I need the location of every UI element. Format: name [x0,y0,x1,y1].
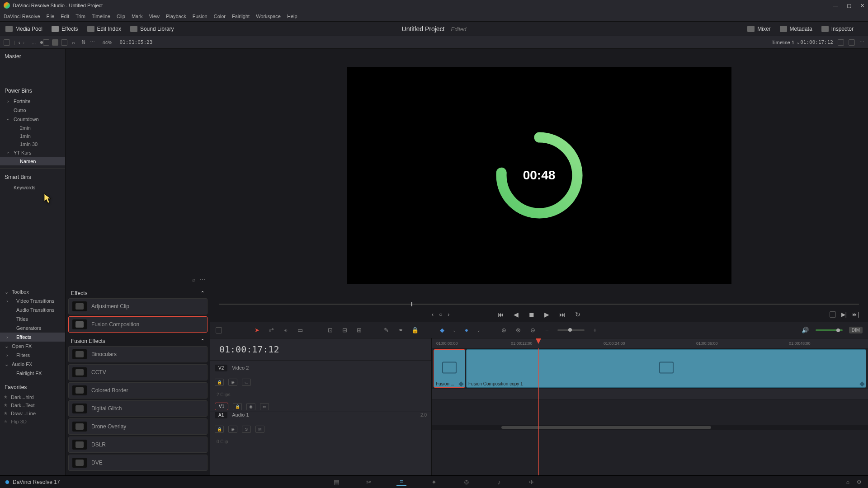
timeline-clip-fusion1[interactable]: Fusion ... [434,349,465,388]
v2-lock-icon[interactable]: 🔒 [215,379,224,386]
menu-trim[interactable]: Trim [75,14,85,19]
track-header-v1[interactable]: V1 🔒 ◉ ▭ [210,401,431,412]
more-icon[interactable]: ⋯ [90,39,95,45]
page-fairlight-icon[interactable]: ♪ [494,478,504,486]
generators-node[interactable]: Generators [0,324,65,333]
stop-icon[interactable]: ◼ [528,311,535,318]
page-deliver-icon[interactable]: ✈ [527,478,537,486]
a1-enable-icon[interactable]: ◉ [228,426,237,433]
razor-icon[interactable]: ✎ [382,326,390,334]
dim-button[interactable]: DIM [849,327,863,333]
window-close-icon[interactable]: ✕ [860,3,864,9]
window-minimize-icon[interactable]: — [833,3,838,9]
media-pool-toggle[interactable]: Media Pool [5,26,42,32]
filters-node[interactable]: Filters [0,351,65,360]
nav-back-icon[interactable]: ‹ [19,40,20,45]
position-lock-icon[interactable]: ⊖ [528,326,537,334]
timeline-tracks-area[interactable]: 01:00:00:00 01:00:12:00 01:00:24:00 01:0… [432,338,868,475]
v2-enable-icon[interactable]: ◉ [228,379,237,386]
effect-colored-border[interactable]: Colored Border [68,382,208,399]
menu-edit[interactable]: Edit [61,14,69,19]
bin-namen[interactable]: Namen [0,157,65,165]
bin-countdown-1min30[interactable]: 1min 30 [0,140,65,148]
fairlightfx-node[interactable]: Fairlight FX [0,369,65,378]
a1-mute-icon[interactable]: M [255,426,264,433]
a1-solo-icon[interactable]: S [242,426,251,433]
v1-lock-icon[interactable]: 🔒 [233,403,242,410]
effect-binoculars[interactable]: Binoculars [68,346,208,362]
effect-dve[interactable]: DVE [68,455,208,471]
step-back-icon[interactable]: ◀ [513,311,520,318]
zoom-out-icon[interactable]: − [543,326,551,334]
master-bin[interactable]: Master [0,51,65,62]
menu-timeline[interactable]: Timeline [92,14,110,19]
collapse-icon[interactable]: ⌃ [200,290,205,296]
media-pool-area[interactable]: ⌕ ⋯ [66,49,210,286]
play-icon[interactable]: ▶ [543,311,551,318]
replace-icon[interactable]: ⊞ [355,326,363,334]
link-icon[interactable]: ⚭ [396,326,405,334]
page-edit-icon[interactable]: ≡ [396,478,406,486]
viewer-scrubber[interactable] [219,302,859,307]
overwrite-icon[interactable]: ⊟ [340,326,349,334]
page-media-icon[interactable]: ▤ [331,478,341,486]
audio-transitions-node[interactable]: Audio Transitions [0,305,65,314]
menu-resolve[interactable]: DaVinci Resolve [4,14,40,19]
zoom-slider[interactable] [557,329,585,331]
view-thumb-icon[interactable] [52,39,58,46]
bin-countdown-2min[interactable]: 2min [0,124,65,132]
audiofx-node[interactable]: Audio FX [0,360,65,369]
menu-color[interactable]: Color [214,14,226,19]
timeline-hscrollbar[interactable] [432,425,868,430]
keyframe-icon[interactable] [859,381,864,386]
sound-library-toggle[interactable]: Sound Library [130,26,174,32]
openfx-node[interactable]: Open FX [0,342,65,351]
menu-mark[interactable]: Mark [132,14,142,19]
smart-bin-keywords[interactable]: Keywords [0,183,65,192]
bypass-icon[interactable] [838,39,844,46]
a1-tag[interactable]: A1 [215,412,227,418]
effect-drone-overlay[interactable]: Drone Overlay [68,418,208,435]
dynamic-trim-icon[interactable]: ⟐ [282,326,290,334]
menu-fusion[interactable]: Fusion [193,14,208,19]
loop-range-icon[interactable]: ○ [439,311,442,318]
v1-enable-icon[interactable]: ◉ [246,403,255,410]
effect-digital-glitch[interactable]: Digital Glitch [68,400,208,417]
v1-tag[interactable]: V1 [215,403,228,410]
match-frame-icon[interactable]: ‹ [432,311,434,318]
viewer-more-icon[interactable]: ⋯ [859,39,864,45]
selection-tool-icon[interactable]: ➤ [253,326,261,334]
fusion-effects-section-header[interactable]: Fusion Effects⌃ [68,336,208,346]
window-maximize-icon[interactable]: ▢ [847,3,851,9]
edit-index-toggle[interactable]: Edit Index [87,26,121,32]
program-viewer[interactable]: 00:48 [210,49,868,302]
fav-draw-line[interactable]: Draw...Line [0,409,65,418]
media-pool-search-icon[interactable]: ⌕ [192,277,195,283]
timeline-track-a1[interactable] [432,400,868,425]
lock-icon[interactable]: 🔒 [411,326,419,334]
effects-section-header[interactable]: Effects⌃ [68,288,208,298]
in-out-icon[interactable] [830,311,836,318]
effect-dslr[interactable]: DSLR [68,436,208,453]
effect-fusion-composition[interactable]: Fusion Composition [68,316,208,333]
marker-chevron-icon[interactable]: ⌄ [477,328,481,333]
page-cut-icon[interactable]: ✂ [364,478,374,486]
bin-outro[interactable]: Outro [0,106,65,115]
volume-slider[interactable] [816,329,843,331]
fav-flip3d[interactable]: Flip 3D [0,418,65,426]
metadata-toggle[interactable]: Metadata [780,26,812,32]
view-list-icon[interactable] [61,39,67,46]
zoom-in-icon[interactable]: + [591,326,599,334]
sort-icon[interactable]: ⇅ [81,39,85,45]
menu-file[interactable]: File [47,14,55,19]
effect-adjustment-clip[interactable]: Adjustment Clip [68,298,208,314]
v1-auto-icon[interactable]: ▭ [260,403,269,410]
path-dots[interactable]: ... [32,40,36,45]
snap-icon[interactable]: ⊕ [500,326,508,334]
menu-workspace[interactable]: Workspace [256,14,281,19]
effects-node[interactable]: Effects [0,333,65,342]
flag-chevron-icon[interactable]: ⌄ [453,328,456,333]
media-pool-more-icon[interactable]: ⋯ [200,277,205,283]
link-selection-icon[interactable]: ⊗ [514,326,522,334]
fav-dark-third[interactable]: Dark...hird [0,393,65,401]
